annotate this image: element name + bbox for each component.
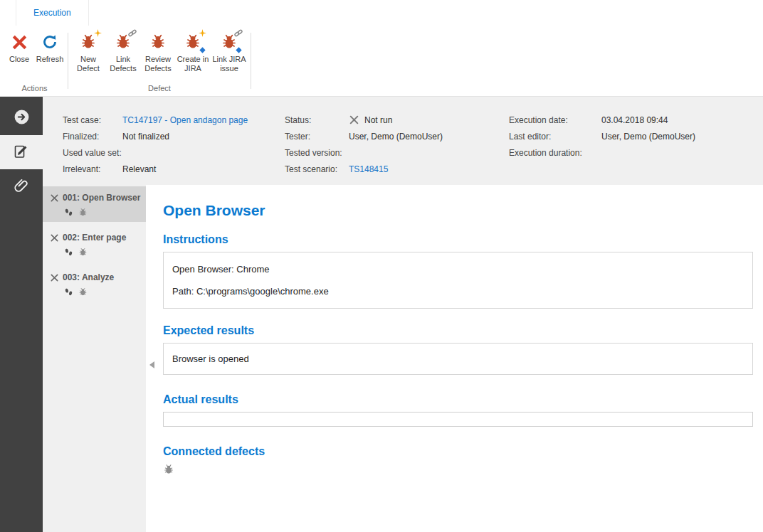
close-button-label: Close	[9, 55, 29, 64]
step-status-x-icon	[50, 273, 59, 282]
collapse-steps-arrow-icon[interactable]	[149, 361, 154, 368]
execute-nav-icon	[13, 108, 31, 128]
info-column-execution: Execution date: 03.04.2018 09:44 Last ed…	[509, 114, 695, 163]
actual-results-heading: Actual results	[163, 393, 753, 406]
ribbon-group-actions: Close Refresh Actions	[4, 27, 65, 96]
info-row-test-case: Test case: TC147197 - Open andagon page	[63, 114, 248, 126]
create-in-jira-label: Create in JIRA	[176, 55, 210, 73]
step-title: Open Browser	[163, 202, 753, 219]
tab-execution-label: Execution	[33, 8, 71, 18]
footprints-icon	[64, 248, 73, 257]
link-defects-label: Link Defects	[106, 55, 140, 73]
ribbon-group-label-actions: Actions	[4, 83, 65, 96]
new-defect-label: New Defect	[71, 55, 105, 73]
attachments-nav-button[interactable]	[0, 169, 43, 203]
tester-value: User, Demo (DemoUser)	[349, 132, 443, 142]
create-in-jira-button[interactable]: Create in JIRA	[176, 28, 210, 83]
new-defect-icon	[78, 31, 99, 53]
test-steps-list: 001: Open Browser 002: Enter page 003: A…	[43, 185, 146, 532]
info-row-tester: Tester: User, Demo (DemoUser)	[285, 130, 443, 142]
not-run-x-icon	[349, 115, 359, 125]
ribbon-group-defect: New Defect Link Defects Review Defects	[71, 27, 248, 96]
ribbon: Close Refresh Actions New Defect	[0, 26, 763, 97]
last-editor-value: User, Demo (DemoUser)	[601, 132, 695, 142]
tester-label: Tester:	[285, 132, 349, 142]
instructions-heading: Instructions	[163, 233, 753, 246]
info-row-execution-date: Execution date: 03.04.2018 09:44	[509, 114, 695, 126]
tab-execution[interactable]: Execution	[16, 0, 89, 26]
ribbon-separator	[68, 33, 68, 89]
create-in-jira-icon	[182, 31, 204, 53]
link-jira-issue-icon	[219, 31, 240, 53]
refresh-button[interactable]: Refresh	[35, 28, 65, 83]
irrelevant-label: Irrelevant:	[63, 164, 122, 174]
actual-results-input[interactable]	[163, 412, 753, 427]
connected-defects-heading: Connected defects	[163, 445, 753, 458]
refresh-icon	[39, 31, 60, 53]
execution-info-panel: Test case: TC147197 - Open andagon page …	[43, 97, 763, 185]
execution-window: { "window": { "tab_label": "Execution" }…	[0, 0, 763, 532]
test-case-link[interactable]: TC147197 - Open andagon page	[122, 115, 248, 125]
finalized-value: Not finalized	[122, 132, 169, 142]
no-defect-icon	[78, 208, 88, 217]
review-defects-label: Review Defects	[141, 55, 175, 73]
instruction-line: Path: C:\programs\google\chrome.exe	[172, 286, 744, 297]
info-row-execution-duration: Execution duration:	[509, 147, 695, 159]
step-label: 003: Analyze	[63, 272, 114, 282]
irrelevant-value: Relevant	[122, 164, 156, 174]
instruction-line: Open Browser: Chrome	[172, 264, 744, 275]
ribbon-group-label-defect: Defect	[71, 83, 248, 96]
execute-nav-button[interactable]	[0, 101, 43, 135]
edit-nav-icon	[13, 143, 30, 162]
last-editor-label: Last editor:	[509, 132, 601, 142]
tab-bar: Execution	[0, 0, 763, 26]
expected-results-heading: Expected results	[163, 324, 753, 337]
link-jira-issue-label: Link JIRA issue	[211, 55, 248, 73]
review-defects-icon	[147, 31, 169, 53]
status-value: Not run	[364, 115, 392, 125]
expected-result-text: Browser is opened	[172, 353, 744, 364]
no-defect-icon	[78, 248, 88, 257]
step-item-003[interactable]: 003: Analyze	[43, 266, 146, 302]
refresh-button-label: Refresh	[36, 55, 64, 64]
attachments-nav-icon	[13, 177, 30, 196]
step-label: 001: Open Browser	[63, 193, 140, 203]
review-defects-button[interactable]: Review Defects	[141, 28, 175, 83]
left-nav-strip	[0, 97, 43, 532]
execution-duration-label: Execution duration:	[509, 148, 601, 158]
tested-version-label: Tested version:	[285, 148, 349, 158]
instructions-box: Open Browser: Chrome Path: C:\programs\g…	[163, 252, 753, 309]
step-detail-panel: Open Browser Instructions Open Browser: …	[146, 185, 763, 532]
execution-date-label: Execution date:	[509, 115, 601, 125]
test-case-label: Test case:	[63, 115, 122, 125]
step-status-x-icon	[50, 193, 59, 203]
status-label: Status:	[285, 115, 349, 125]
info-column-status: Status: Not run Tester: User, Demo (Demo…	[285, 114, 443, 179]
link-defects-button[interactable]: Link Defects	[106, 28, 140, 83]
no-defect-icon	[78, 287, 88, 297]
link-defects-icon	[112, 31, 134, 53]
info-row-irrelevant: Irrelevant: Relevant	[63, 163, 248, 175]
edit-nav-button[interactable]	[0, 135, 43, 169]
footprints-icon	[64, 208, 73, 217]
close-button[interactable]: Close	[4, 28, 34, 83]
info-row-test-scenario: Test scenario: TS148415	[285, 163, 443, 175]
no-defect-icon	[163, 464, 174, 475]
new-defect-button[interactable]: New Defect	[71, 28, 105, 83]
close-icon	[9, 31, 30, 53]
used-value-set-label: Used value set:	[63, 148, 122, 158]
test-scenario-label: Test scenario:	[285, 164, 349, 174]
ribbon-separator	[251, 33, 251, 89]
execution-date-value: 03.04.2018 09:44	[601, 115, 668, 125]
info-row-last-editor: Last editor: User, Demo (DemoUser)	[509, 130, 695, 142]
step-item-002[interactable]: 002: Enter page	[43, 226, 146, 262]
info-row-used-value-set: Used value set:	[63, 147, 248, 159]
step-label: 002: Enter page	[63, 233, 126, 243]
footprints-icon	[64, 287, 73, 297]
finalized-label: Finalized:	[63, 132, 122, 142]
step-item-001[interactable]: 001: Open Browser	[43, 186, 146, 222]
link-jira-issue-button[interactable]: Link JIRA issue	[211, 28, 248, 83]
expected-results-box: Browser is opened	[163, 343, 753, 375]
test-scenario-link[interactable]: TS148415	[349, 164, 388, 174]
step-status-x-icon	[50, 233, 59, 243]
